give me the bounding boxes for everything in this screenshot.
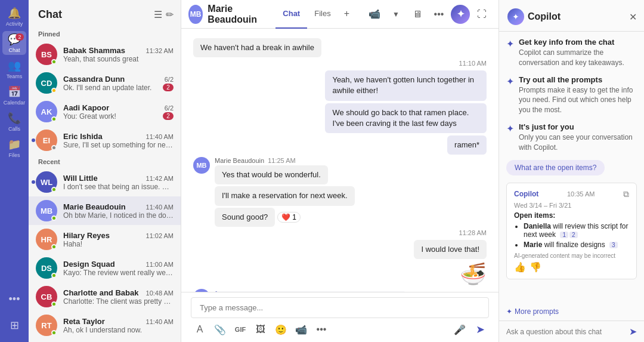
status-dot bbox=[51, 116, 57, 122]
nav-item-calls[interactable]: 📞 Calls bbox=[2, 110, 26, 134]
meet-now-button[interactable]: 📹 bbox=[292, 321, 310, 338]
chat-item-info: Reta Taylor 11:40 AM Ah, ok I understand… bbox=[63, 317, 174, 334]
message-content: Marie Beaudouin11:25 AM Yes that would b… bbox=[215, 157, 391, 227]
chat-item-time: 11:02 AM bbox=[146, 232, 174, 239]
message-time: 11:10 AM bbox=[193, 60, 487, 67]
copilot-header: ✦ Copilot ✕ bbox=[499, 0, 644, 32]
more-prompts-button[interactable]: ✦ More prompts bbox=[499, 306, 644, 321]
tab-chat[interactable]: Chat bbox=[275, 0, 307, 29]
nav-item-more[interactable]: ••• bbox=[2, 287, 26, 311]
chat-item-time: 11:32 AM bbox=[146, 47, 174, 54]
chat-item-msg: Kayo: The review went really well! Can't… bbox=[63, 269, 174, 277]
video-call-button[interactable]: 📹 bbox=[365, 5, 384, 24]
list-item[interactable]: EI Eric Ishida 11:40 AM Sure, I'll set u… bbox=[29, 126, 181, 155]
nav-item-teams[interactable]: 👥 Teams bbox=[2, 57, 26, 81]
chat-item-msg: I don't see that being an issue. Can you… bbox=[63, 183, 174, 191]
thumbs-down-button[interactable]: 👎 bbox=[530, 261, 541, 273]
copilot-item: Daniella will review this script for nex… bbox=[524, 222, 629, 239]
suggestion-icon: ✦ bbox=[506, 76, 514, 87]
call-options-button[interactable]: ▼ bbox=[386, 5, 405, 24]
tab-files[interactable]: Files bbox=[307, 0, 338, 29]
chat-item-msg: You: Great work! bbox=[63, 112, 116, 121]
more-toolbar-button[interactable]: ••• bbox=[312, 321, 330, 338]
nav-item-chat[interactable]: 💬 Chat 2 bbox=[2, 31, 26, 55]
attach-button[interactable]: 📎 bbox=[211, 321, 229, 338]
list-item[interactable]: DS Design Squad 11:00 AM Kayo: The revie… bbox=[29, 254, 181, 282]
copilot-close-button[interactable]: ✕ bbox=[629, 11, 637, 23]
messages-area: We haven't had a break in awhile 11:10 A… bbox=[181, 29, 499, 292]
message-bubble: Yeah, we haven't gotten lunch together i… bbox=[325, 70, 487, 100]
list-item[interactable]: WL Will Little 11:42 AM I don't see that… bbox=[29, 168, 181, 196]
avatar: HR bbox=[36, 229, 57, 250]
status-dot bbox=[51, 301, 57, 307]
message-content: ramen* bbox=[447, 135, 487, 155]
left-nav: 🔔 Activity 💬 Chat 2 👥 Teams 📅 Calendar 📞… bbox=[0, 0, 29, 342]
copilot-response-time: 10:35 AM bbox=[567, 190, 595, 198]
avatar: AK bbox=[36, 101, 57, 122]
message-content: I would love that! bbox=[414, 240, 487, 259]
main-chat-area: MB Marie Beaudouin Chat Files + 📹 ▼ 🖥 ••… bbox=[181, 0, 499, 342]
screenshare-button[interactable]: 🖥 bbox=[408, 5, 427, 24]
message-input[interactable] bbox=[191, 297, 489, 318]
sticker-button[interactable]: 🖼 bbox=[252, 321, 270, 338]
nav-item-files[interactable]: 📁 Files bbox=[2, 136, 26, 160]
list-item[interactable]: RT Reta Taylor 11:40 AM Ah, ok I underst… bbox=[29, 311, 181, 340]
suggestion-desc: Only you can see your conversation with … bbox=[519, 133, 637, 153]
copilot-item: Marie will finalize designs 3 bbox=[524, 241, 629, 249]
status-dot bbox=[51, 187, 57, 192]
copilot-suggestion: ✦ Get key info from the chat Copilot can… bbox=[506, 38, 637, 68]
copilot-input[interactable] bbox=[506, 328, 626, 336]
chat-item-info: Aadi Kapoor 6/2 You: Great work! 2 bbox=[63, 103, 174, 121]
message-bubble: ramen* bbox=[447, 135, 487, 155]
tab-add[interactable]: + bbox=[338, 0, 355, 29]
chat-badge: 2 bbox=[163, 112, 174, 120]
status-dot bbox=[51, 88, 57, 93]
more-prompts-label: More prompts bbox=[515, 307, 559, 316]
message-reaction[interactable]: ❤️ 1 bbox=[277, 212, 301, 223]
list-item[interactable]: MB Marie Beaudouin 11:40 AM Oh btw Marie… bbox=[29, 196, 181, 225]
copy-button[interactable]: ⧉ bbox=[623, 189, 629, 199]
list-item[interactable]: CB Charlotte and Babak 10:48 AM Charlott… bbox=[29, 282, 181, 311]
prompt-button[interactable]: What are the open items? bbox=[506, 160, 605, 175]
copilot-body: ✦ Get key info from the chat Copilot can… bbox=[499, 32, 644, 306]
nav-item-activity[interactable]: 🔔 Activity bbox=[2, 5, 26, 29]
expand-button[interactable]: ⛶ bbox=[472, 5, 491, 24]
chat-item-msg: Oh btw Marie, I noticed in the document … bbox=[63, 211, 174, 220]
send-button[interactable]: ➤ bbox=[471, 321, 489, 338]
chat-item-time: 11:42 AM bbox=[146, 175, 174, 182]
apps-icon: ⊞ bbox=[10, 319, 19, 332]
emoji-button[interactable]: 🙂 bbox=[272, 321, 290, 338]
copilot-send-button[interactable]: ➤ bbox=[629, 326, 637, 337]
nav-label-calls: Calls bbox=[8, 126, 20, 132]
copilot-button[interactable]: ✦ bbox=[451, 5, 470, 24]
message-row: I would love that! bbox=[193, 240, 487, 259]
format-text-button[interactable]: A bbox=[191, 321, 209, 338]
list-item[interactable]: HR Hilary Reyes 11:02 AM Haha! bbox=[29, 225, 181, 254]
message-row: Yeah, we haven't gotten lunch together i… bbox=[193, 70, 487, 100]
nav-item-apps[interactable]: ⊞ bbox=[2, 313, 26, 337]
list-item[interactable]: AK Aadi Kapoor 6/2 You: Great work! 2 bbox=[29, 97, 181, 126]
input-toolbar: A 📎 GIF 🖼 🙂 📹 ••• 🎤 ➤ bbox=[191, 318, 489, 338]
suggestion-text: It's just for you Only you can see your … bbox=[519, 122, 637, 153]
more-options-button[interactable]: ••• bbox=[429, 5, 448, 24]
message-row: ramen* bbox=[193, 135, 487, 155]
unread-dot bbox=[32, 138, 35, 142]
copilot-suggestion: ✦ Try out all the prompts Prompts make i… bbox=[506, 75, 637, 115]
gif-button[interactable]: GIF bbox=[231, 321, 249, 338]
dictate-button[interactable]: 🎤 bbox=[451, 321, 469, 338]
filter-icon[interactable]: ☰ bbox=[154, 9, 162, 20]
message-row: MB Marie Beaudouin11:25 AM Yes that woul… bbox=[193, 157, 487, 227]
chat-item-msg: Charlotte: The client was pretty happy w… bbox=[63, 297, 174, 306]
suggestion-title: Try out all the prompts bbox=[519, 75, 637, 84]
suggestion-desc: Copilot can summarize the conversation a… bbox=[519, 48, 637, 68]
nav-label-files: Files bbox=[8, 152, 20, 158]
compose-icon[interactable]: ✏ bbox=[166, 9, 174, 20]
chat-item-name: Design Squad bbox=[63, 260, 115, 269]
list-item[interactable]: CD Cassandra Dunn 6/2 Ok. I'll send an u… bbox=[29, 69, 181, 97]
list-item[interactable]: BS Babak Shammas 11:32 AM Yeah, that sou… bbox=[29, 40, 181, 69]
avatar: CB bbox=[36, 286, 57, 307]
thumbs-up-button[interactable]: 👍 bbox=[514, 261, 526, 273]
list-item[interactable]: JV Joshua VanBuren 10:29 AM Thanks for r… bbox=[29, 340, 181, 342]
chat-item-msg: Ah, ok I understand now. bbox=[63, 326, 174, 334]
nav-item-calendar[interactable]: 📅 Calendar bbox=[2, 84, 26, 107]
